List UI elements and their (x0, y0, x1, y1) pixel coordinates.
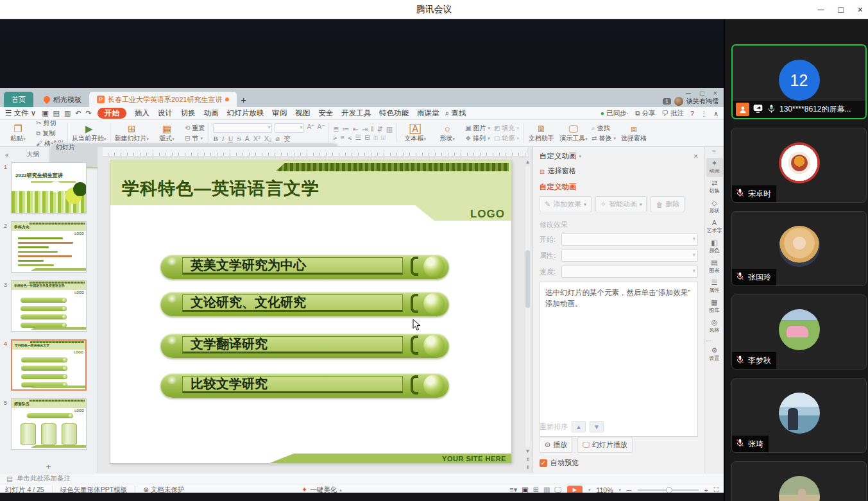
thumbnail-preview[interactable]: 2022研究生招生宣讲 (11, 162, 87, 214)
menu-item-安全[interactable]: 安全 (318, 108, 333, 118)
grow-font-icon[interactable]: A⁺ (307, 123, 314, 133)
bullets-icon[interactable]: ≣ (333, 126, 339, 133)
paste-button[interactable]: ❐ 粘贴▾ (4, 124, 32, 143)
copy-button[interactable]: ⧉复制 (36, 129, 64, 138)
scroll-up-icon[interactable]: ▲ (525, 159, 531, 165)
strip-wordart[interactable]: A艺术字 (706, 217, 723, 237)
menu-item-雨课堂[interactable]: 雨课堂 (417, 108, 439, 118)
scrollbar-thumb[interactable] (525, 250, 530, 308)
thumbnail-slide-3[interactable]: 3学科特色—外国语言学及应用语言学LOGO (0, 280, 97, 332)
thumbnail-preview[interactable]: 学科特色—英语语言文学LOGO (11, 339, 87, 391)
play-button[interactable]: ⊙播放 (540, 437, 572, 453)
strip-properties[interactable]: ☰属性 (706, 277, 723, 296)
slide-logo-text[interactable]: LOGO (470, 208, 505, 221)
strip-charts[interactable]: ▤图表 (706, 257, 723, 276)
notes-bar[interactable]: ▤ 单击此处添加备注 (0, 473, 724, 484)
menu-find[interactable]: ⌕ 查找 (445, 108, 466, 118)
menu-file[interactable]: ☰ 文件 ∨ (5, 108, 36, 118)
shapes-button[interactable]: ○ 形状▾ (433, 124, 461, 143)
columns-icon[interactable]: ▥ (386, 126, 393, 133)
align-center-icon[interactable]: ≡ (341, 134, 345, 141)
layout-button[interactable]: ▦ 版式▾ (153, 124, 181, 143)
menu-item-开发工具[interactable]: 开发工具 (341, 108, 371, 118)
thumbnail-slide-2[interactable]: 2学科方向LOGO (0, 221, 97, 273)
add-slide-button[interactable]: + (0, 462, 97, 471)
font-control-3[interactable]: S (237, 135, 241, 142)
tab-home[interactable]: 首页 (4, 92, 33, 107)
menu-item-幻灯片放映[interactable]: 幻灯片放映 (227, 108, 264, 118)
redo-icon[interactable]: ↷ (86, 109, 92, 117)
strip-colors[interactable]: ◧颜色 (706, 237, 723, 257)
selection-pane-button[interactable]: ⧈ 选择窗格 (620, 124, 648, 143)
strip-animation[interactable]: ✦动画 (706, 158, 723, 177)
tab-docer[interactable]: 稻壳模板 (36, 92, 89, 107)
new-slide-button[interactable]: ⊞ 新建幻灯片▾ (115, 124, 149, 143)
wps-maximize-icon[interactable]: □ (700, 89, 704, 97)
thumbnail-preview[interactable]: 学科特色—外国语言学及应用语言学LOGO (11, 280, 87, 332)
slide-pill-3[interactable]: 比较文学研究 (160, 373, 449, 398)
comment-button[interactable]: 🗩 批注 (662, 109, 684, 118)
participant-tile-4[interactable]: 张琦 (731, 378, 867, 453)
align-bottom-icon[interactable]: ⍗ (381, 134, 386, 141)
strip-style[interactable]: ◎风格 (706, 317, 723, 336)
anim-panel-title[interactable]: 自定义动画 (540, 151, 577, 161)
delete-effect-button[interactable]: 🗑删除 (651, 196, 685, 212)
new-tab-button[interactable]: + (237, 93, 250, 107)
zoom-knob[interactable] (666, 487, 672, 493)
align-right-icon[interactable]: ⪪ (348, 134, 352, 141)
strip-transition[interactable]: ⇄切换 (706, 178, 723, 197)
participant-tile-2[interactable]: 张国玲 (731, 211, 867, 286)
shrink-font-icon[interactable]: A⁻ (317, 123, 325, 133)
menu-item-动画[interactable]: 动画 (204, 108, 219, 118)
wps-close-icon[interactable]: × (713, 89, 717, 97)
strip-settings[interactable]: ⚙设置 (706, 345, 723, 364)
account-avatar[interactable] (674, 97, 683, 106)
thumbnail-slide-4[interactable]: 4学科特色—英语语言文学LOGO (0, 339, 97, 391)
slide-pill-1[interactable]: 文论研究、文化研究 (160, 292, 449, 316)
slide-pill-2[interactable]: 文学翻译研究 (160, 334, 449, 358)
play-from-current-button[interactable]: ▶ 从当前开始▾ (72, 124, 106, 143)
participant-tile-3[interactable]: 李梦秋 (731, 294, 867, 369)
anim-field-select-1[interactable] (561, 250, 698, 262)
prev-slide-icon[interactable]: ⇞ (525, 457, 530, 463)
slide-canvas[interactable]: 学科特色—英语语言文学 LOGO 英美文学研究为中心文论研究、文化研究文学翻译研… (98, 157, 532, 473)
add-effect-button[interactable]: ✎添加效果▾ (540, 196, 591, 212)
selection-pane-link[interactable]: ⧈ 选择窗格 (540, 166, 698, 176)
account-name[interactable]: 谈笑有鸿儒 (686, 97, 719, 106)
thumbnail-slide-1[interactable]: 12022研究生招生宣讲 (0, 162, 97, 214)
anim-field-select-2[interactable] (561, 266, 698, 278)
participant-tile-1[interactable]: 宋卓时 (731, 128, 867, 203)
anim-field-select-0[interactable] (561, 234, 698, 246)
font-control-1[interactable]: I (222, 135, 225, 142)
line-spacing-icon[interactable]: ‖ (371, 126, 374, 133)
participant-tile-5[interactable] (731, 461, 867, 501)
indent-increase-icon[interactable]: ⇥ (362, 126, 368, 133)
cut-button[interactable]: ✂剪切 (36, 119, 64, 128)
more-dots-icon[interactable]: ⋯ (706, 337, 723, 344)
collapse-ribbon-icon[interactable]: ∧ (713, 110, 719, 117)
slide-title[interactable]: 学科特色—英语语言文学 (122, 177, 319, 200)
replace-button[interactable]: ⇄替换▾ (591, 134, 616, 143)
print-preview-icon[interactable]: ▥ (64, 109, 71, 117)
participant-tile-0[interactable]: 12 130****8612的屏幕... (731, 44, 867, 119)
move-down-button[interactable]: ▼ (590, 421, 604, 432)
indent-decrease-icon[interactable]: ⇤ (353, 126, 359, 133)
align-left-icon[interactable]: ⪫ (333, 134, 337, 141)
menu-item-切换[interactable]: 切换 (181, 108, 196, 118)
next-slide-icon[interactable]: ⇟ (525, 464, 530, 470)
tab-outline[interactable]: 大纲 (27, 150, 40, 159)
font-control-5[interactable]: X² (253, 135, 260, 142)
strip-gallery[interactable]: ▦图库 (706, 297, 723, 316)
outline-button[interactable]: ▢轮廓▾ (494, 134, 519, 143)
sync-status[interactable]: ● 已同步· (600, 109, 629, 118)
align-top-icon[interactable]: ⍐ (373, 134, 378, 141)
auto-preview-toggle[interactable]: ✓ 自动预览 (540, 458, 698, 468)
section-button[interactable]: ⊟节▾ (185, 134, 205, 143)
close-icon[interactable]: × (858, 5, 863, 14)
menu-item-插入[interactable]: 插入 (135, 108, 149, 118)
scroll-down-icon[interactable]: ▼ (525, 448, 531, 454)
font-control-0[interactable]: B (213, 135, 217, 142)
menu-item-设计[interactable]: 设计 (158, 108, 173, 118)
menu-item-开始[interactable]: 开始 (98, 108, 126, 119)
numbering-icon[interactable]: ≔ (343, 126, 350, 133)
